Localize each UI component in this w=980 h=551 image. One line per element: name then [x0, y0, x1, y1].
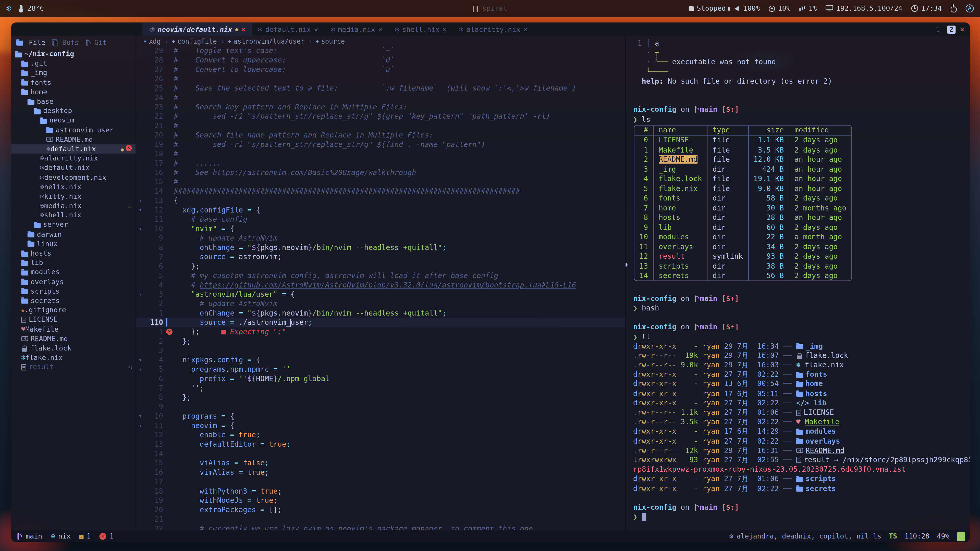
- editor-line[interactable]: 7 '';: [136, 384, 625, 393]
- power-widget[interactable]: [951, 5, 957, 12]
- fold-icon[interactable]: [136, 327, 145, 337]
- fold-icon[interactable]: [136, 252, 145, 262]
- volume-widget[interactable]: 100%: [735, 4, 760, 13]
- fold-icon[interactable]: [136, 309, 145, 318]
- close-buffer-icon[interactable]: [314, 25, 318, 33]
- tree-item[interactable]: flake.lock: [11, 343, 135, 353]
- fold-icon[interactable]: ▾: [136, 290, 145, 299]
- diagnostics-errors[interactable]: 1: [100, 532, 114, 540]
- fold-icon[interactable]: [136, 505, 145, 515]
- fold-icon[interactable]: [136, 430, 145, 440]
- editor-line[interactable]: 4 # https://github.com/AstroNvim/AstroNv…: [136, 281, 625, 290]
- editor-line[interactable]: ▾11 neovim = {: [136, 421, 625, 430]
- editor-line[interactable]: 14: [136, 449, 625, 459]
- tree-item[interactable]: helix.nix: [11, 182, 135, 192]
- editor-line[interactable]: 28# Convert to uppercase: `U`: [136, 56, 625, 65]
- fold-icon[interactable]: [136, 496, 145, 505]
- nix-logo-icon[interactable]: [6, 4, 11, 13]
- editor-line[interactable]: ▾13{: [136, 196, 625, 206]
- tree-item[interactable]: .git: [11, 59, 135, 68]
- tree-item[interactable]: _img: [11, 68, 135, 78]
- explorer-tab-file[interactable]: File: [16, 38, 45, 47]
- fold-icon[interactable]: [136, 384, 145, 393]
- fold-icon[interactable]: [136, 84, 145, 93]
- editor-line[interactable]: 22 # currently we use lazy.nvim as neovi…: [136, 524, 625, 530]
- close-buffer-icon[interactable]: [378, 25, 382, 33]
- editor-line[interactable]: 9 # update AstroNvim: [136, 233, 625, 243]
- editor-line[interactable]: 18#: [136, 149, 625, 159]
- input-method-widget[interactable]: [966, 4, 974, 13]
- tree-item[interactable]: home: [11, 87, 135, 97]
- editor-line[interactable]: 5 # my cusotom astronvim config, astronv…: [136, 271, 625, 281]
- lsp-clients[interactable]: alejandra, deadnix, copilot, nil_ls: [729, 532, 881, 540]
- tree-item[interactable]: secrets: [11, 296, 135, 306]
- network-address-widget[interactable]: 192.168.5.100/24: [826, 4, 902, 13]
- fold-icon[interactable]: ▾: [136, 224, 145, 233]
- fold-icon[interactable]: [136, 187, 145, 196]
- tree-item[interactable]: hosts: [11, 249, 135, 258]
- tree-item[interactable]: default.nix: [11, 163, 135, 173]
- fold-icon[interactable]: [136, 449, 145, 459]
- media-widget[interactable]: spiral: [473, 4, 507, 13]
- tabpage-2[interactable]: 2: [947, 25, 956, 33]
- tree-item[interactable]: darwin: [11, 230, 135, 239]
- fold-icon[interactable]: [136, 440, 145, 449]
- fold-icon[interactable]: [136, 487, 145, 496]
- tree-item[interactable]: README.md: [11, 135, 135, 144]
- editor-line[interactable]: 14######################################…: [136, 187, 625, 196]
- tabpage-1[interactable]: 1: [933, 25, 942, 33]
- tree-item[interactable]: linux: [11, 239, 135, 248]
- fold-icon[interactable]: ▾: [136, 206, 145, 215]
- editor-line[interactable]: 17: [136, 477, 625, 487]
- editor-line[interactable]: ▾5 programs.npm.npmrc = '': [136, 365, 625, 374]
- tree-item[interactable]: kitty.nix: [11, 192, 135, 201]
- editor-line[interactable]: 19# sed -ri "s/pattern_str/replace_str/g…: [136, 140, 625, 149]
- tree-item[interactable]: README.md: [11, 334, 135, 343]
- editor-line[interactable]: 24#: [136, 93, 625, 103]
- tree-item[interactable]: default.nix: [11, 144, 135, 154]
- fold-icon[interactable]: [136, 168, 145, 178]
- filetype-indicator[interactable]: nix: [51, 532, 71, 540]
- fold-icon[interactable]: [136, 337, 145, 346]
- editor-line[interactable]: 15 viAlias = false;: [136, 459, 625, 468]
- editor-line[interactable]: 27# Convert to lowercase: `u`: [136, 65, 625, 75]
- tree-item[interactable]: fonts: [11, 78, 135, 87]
- tree-item[interactable]: alacritty.nix: [11, 154, 135, 163]
- tree-item[interactable]: Makefile: [11, 324, 135, 334]
- tree-item[interactable]: LICENSE: [11, 315, 135, 324]
- fold-icon[interactable]: [136, 46, 145, 56]
- editor-line[interactable]: 8 };: [136, 393, 625, 402]
- fold-icon[interactable]: [136, 281, 145, 290]
- buffer-tab[interactable]: default.nix: [252, 22, 325, 36]
- editor-line[interactable]: 22# sed -ri "s/pattern_str/replace_str/g…: [136, 112, 625, 121]
- editor-line[interactable]: 11 # base config: [136, 215, 625, 224]
- tree-item[interactable]: desktop: [11, 106, 135, 116]
- fold-icon[interactable]: [136, 74, 145, 84]
- fold-icon[interactable]: [136, 393, 145, 402]
- editor-line[interactable]: 3: [136, 346, 625, 356]
- breadcrumb-item[interactable]: xdg: [144, 38, 161, 45]
- fold-icon[interactable]: ▾: [136, 365, 145, 374]
- editor-line[interactable]: 7 source = astronvim;: [136, 252, 625, 262]
- tree-item[interactable]: development.nix: [11, 173, 135, 182]
- buffer-count[interactable]: 1: [80, 532, 91, 540]
- buffer-tab[interactable]: media.nix: [325, 22, 389, 36]
- fold-icon[interactable]: [136, 121, 145, 130]
- explorer-tab-bufs[interactable]: Bufs: [52, 38, 79, 47]
- close-buffer-icon[interactable]: [242, 25, 245, 33]
- fold-icon[interactable]: ▾: [136, 355, 145, 365]
- tree-item[interactable]: neovim: [11, 116, 135, 125]
- editor-line[interactable]: 13 defaultEditor = true;: [136, 440, 625, 449]
- buffer-tab[interactable]: alacritty.nix: [453, 22, 534, 36]
- tree-item[interactable]: astronvim_user: [11, 125, 135, 135]
- disk-usage-widget[interactable]: 10%: [769, 4, 791, 13]
- breadcrumb-item[interactable]: source: [316, 38, 345, 45]
- fold-icon[interactable]: [136, 178, 145, 187]
- breadcrumb-item[interactable]: astronvim/lua/user: [228, 38, 305, 45]
- fold-icon[interactable]: ▾: [136, 196, 145, 206]
- editor-line[interactable]: 25# Save the selected text to a file: `:…: [136, 84, 625, 93]
- tree-item[interactable]: result: [11, 362, 135, 372]
- editor-line[interactable]: ▾10 programs = {: [136, 412, 625, 421]
- tree-item[interactable]: flake.nix: [11, 353, 135, 362]
- editor-line[interactable]: 17# ......: [136, 159, 625, 168]
